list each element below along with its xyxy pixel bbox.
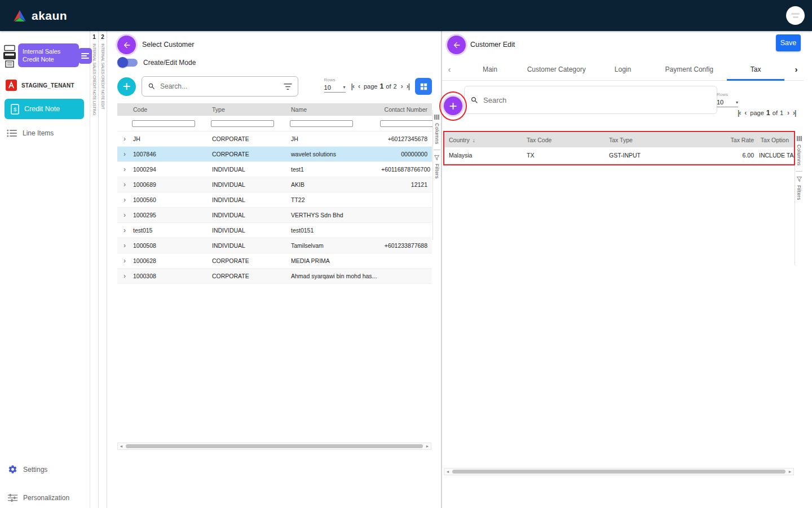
filter-variant-icon[interactable] <box>284 83 292 90</box>
horizontal-scrollbar[interactable]: ◄ ► <box>444 468 794 475</box>
collapse-menu-button[interactable] <box>78 48 92 64</box>
sidebar-item-label: Line Items <box>23 129 54 137</box>
customer-row[interactable]: ›1000294INDIVIDUALtest1+60116878766700 <box>117 162 432 177</box>
column-header[interactable]: Tax Code <box>522 137 604 143</box>
vtab-number: 1 <box>92 34 96 40</box>
filter-name-input[interactable] <box>290 120 353 127</box>
brand-name: akaun <box>32 9 67 23</box>
last-page-button[interactable]: ›| <box>407 82 409 90</box>
row-expand-icon[interactable]: › <box>117 242 132 249</box>
tax-search[interactable] <box>464 86 717 114</box>
columns-tool[interactable]: Columns <box>434 123 440 144</box>
rows-label: Rows <box>324 77 336 82</box>
filters-tool[interactable]: Filters <box>434 164 440 179</box>
tenant-row[interactable]: STAGING_TENANT <box>6 80 90 91</box>
user-avatar[interactable] <box>786 6 805 25</box>
filter-icon[interactable] <box>797 177 802 182</box>
sort-desc-icon[interactable]: ↓ <box>473 137 475 143</box>
horizontal-scrollbar[interactable]: ◄ ► <box>117 443 431 450</box>
row-expand-icon[interactable]: › <box>117 150 132 158</box>
vtab-listing[interactable]: 1 INTERNAL SALES CREDIT NOTE LISTING <box>90 31 99 508</box>
cell-name: VERTHYS Sdn Bhd <box>290 212 380 218</box>
customer-search-input[interactable] <box>160 82 279 90</box>
vtab-edit[interactable]: 2 INTERNAL SALES CREDIT NOTE EDIT <box>99 31 107 508</box>
filters-tool[interactable]: Filters <box>796 185 802 200</box>
column-header[interactable]: Contact Number <box>380 106 432 113</box>
column-header[interactable]: Type <box>211 106 290 113</box>
back-button[interactable] <box>447 36 466 54</box>
column-header[interactable]: Country↓ <box>444 137 522 143</box>
next-page-button[interactable]: › <box>787 109 789 117</box>
first-page-button[interactable]: |‹ <box>738 109 740 117</box>
tabs-scroll-right-icon[interactable]: › <box>789 64 804 74</box>
add-tax-button[interactable]: + <box>444 97 462 115</box>
credit-note-icon: $ <box>10 104 20 115</box>
tab-login[interactable]: Login <box>590 58 656 80</box>
last-page-button[interactable]: ›| <box>793 109 796 117</box>
tab-customer-category[interactable]: Customer Category <box>523 58 590 80</box>
columns-icon[interactable] <box>434 115 439 120</box>
back-button[interactable] <box>117 36 136 54</box>
scroll-left-icon[interactable]: ◄ <box>444 470 451 474</box>
customer-row[interactable]: ›1000508INDIVIDUALTamilselvam+6012338776… <box>117 238 432 253</box>
row-expand-icon[interactable]: › <box>117 272 132 280</box>
sidebar-item-personalization[interactable]: Personalization <box>8 493 69 502</box>
first-page-button[interactable]: |‹ <box>351 82 354 90</box>
sidebar-item-settings[interactable]: Settings <box>8 465 47 474</box>
create-edit-toggle[interactable] <box>118 59 138 67</box>
module-title[interactable]: Internal Sales Credit Note <box>18 43 79 67</box>
row-expand-icon[interactable]: › <box>117 135 132 143</box>
prev-page-button[interactable]: ‹ <box>358 82 360 90</box>
customer-row[interactable]: ›1000689INDIVIDUALAKIB12121 <box>117 177 432 192</box>
sidebar-item-credit-note[interactable]: $ Credit Note <box>5 99 84 119</box>
scroll-thumb[interactable] <box>452 470 785 474</box>
grid-view-button[interactable] <box>415 78 432 95</box>
column-header[interactable]: Tax Rate <box>683 137 759 143</box>
tax-table-tools: Columns Filters <box>795 133 803 265</box>
scroll-thumb[interactable] <box>126 444 423 448</box>
tabs-scroll-left-icon[interactable]: ‹ <box>442 64 457 74</box>
add-customer-button[interactable]: + <box>117 77 136 96</box>
filter-contact-input[interactable] <box>380 120 438 127</box>
filter-type-input[interactable] <box>211 120 274 127</box>
customer-search[interactable] <box>142 76 298 97</box>
columns-icon[interactable] <box>797 136 802 141</box>
customer-row[interactable]: ›1000295INDIVIDUALVERTHYS Sdn Bhd <box>117 208 432 223</box>
tab-payment-config[interactable]: Payment Config <box>656 58 722 80</box>
scroll-right-icon[interactable]: ► <box>787 470 793 474</box>
column-header[interactable]: Name <box>290 106 380 113</box>
cell-type: INDIVIDUAL <box>211 181 290 188</box>
row-expand-icon[interactable]: › <box>117 211 132 219</box>
tab-main[interactable]: Main <box>457 58 523 80</box>
filter-icon[interactable] <box>434 155 439 160</box>
tab-tax[interactable]: Tax <box>722 58 789 80</box>
customer-row[interactable]: ›1000628CORPORATEMEDIA PRIMA <box>117 253 432 269</box>
customer-row[interactable]: ›test015INDIVIDUALtest0151 <box>117 223 432 238</box>
column-header[interactable]: Tax Type <box>604 137 683 143</box>
row-expand-icon[interactable]: › <box>117 196 132 204</box>
prev-page-button[interactable]: ‹ <box>744 109 746 117</box>
scroll-right-icon[interactable]: ► <box>424 444 431 448</box>
module-header: Internal Sales Credit Note <box>1 43 90 69</box>
row-expand-icon[interactable]: › <box>117 165 132 173</box>
tax-row[interactable]: MalaysiaTXGST-INPUT6.00INCLUDE TAX <box>444 147 794 164</box>
scroll-left-icon[interactable]: ◄ <box>118 444 125 448</box>
column-header[interactable]: Code <box>132 106 211 113</box>
customer-row[interactable]: ›1007846CORPORATEwavelet solutions000000… <box>117 147 432 162</box>
next-page-button[interactable]: › <box>401 82 403 90</box>
sidebar-item-line-items[interactable]: Line Items <box>7 129 90 137</box>
columns-tool[interactable]: Columns <box>796 144 802 166</box>
customer-row[interactable]: ›1000308CORPORATEAhmad syarqawi bin mohd… <box>117 269 432 284</box>
customer-row[interactable]: ›1000560INDIVIDUALTT22 <box>117 192 432 208</box>
column-header[interactable]: Tax Option <box>759 137 794 143</box>
row-expand-icon[interactable]: › <box>117 181 132 189</box>
save-button[interactable]: Save <box>776 34 801 51</box>
row-expand-icon[interactable]: › <box>117 257 132 265</box>
customer-row[interactable]: ›JHCORPORATEJH+60127345678 <box>117 132 432 147</box>
tax-search-input[interactable] <box>483 96 711 104</box>
rows-per-page[interactable]: Rows 10▾ <box>324 77 346 93</box>
rows-per-page[interactable]: Rows 10▾ <box>717 92 738 107</box>
cell-name: AKIB <box>290 181 380 188</box>
row-expand-icon[interactable]: › <box>117 226 132 234</box>
filter-code-input[interactable] <box>132 120 195 127</box>
